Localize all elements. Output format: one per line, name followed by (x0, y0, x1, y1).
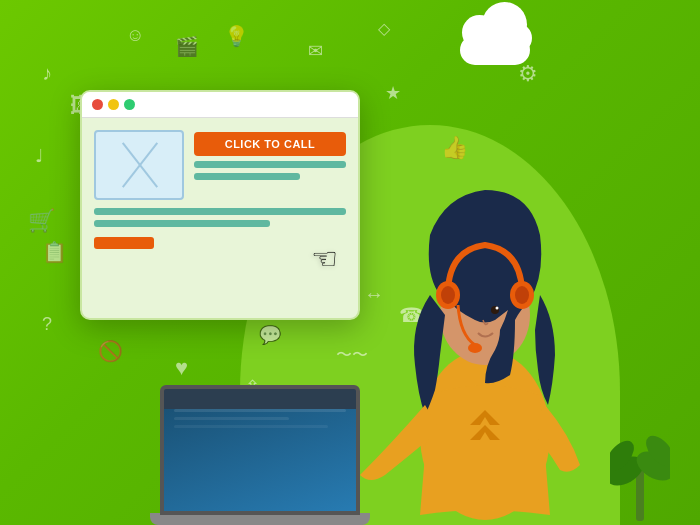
dot-red (92, 99, 103, 110)
laptop-screen-content (164, 409, 356, 515)
cloud (450, 20, 540, 65)
chat-icon: 💬 (259, 326, 281, 344)
mail-icon: ✉ (308, 42, 323, 60)
cart-icon: 🛒 (28, 210, 55, 232)
bulb-icon: 💡 (224, 26, 249, 46)
image-placeholder (94, 130, 184, 200)
question-icon: ? (42, 315, 52, 333)
browser-content: CLICK TO CALL ☞ (82, 118, 358, 261)
right-content: CLICK TO CALL (194, 130, 346, 180)
gear-icon: ⚙ (518, 63, 538, 85)
person-svg (330, 135, 610, 525)
dot-yellow (108, 99, 119, 110)
svg-point-4 (496, 307, 499, 310)
star-icon: ★ (385, 84, 401, 102)
bar-medium-2 (94, 220, 270, 227)
heart-icon: ♥ (175, 357, 188, 379)
bottom-orange-bar (94, 237, 154, 249)
browser-titlebar (82, 92, 358, 118)
content-top-row: CLICK TO CALL (94, 130, 346, 200)
svg-point-6 (441, 286, 455, 304)
cancel-icon: 🚫 (98, 341, 123, 361)
click-to-call-button[interactable]: CLICK TO CALL (194, 132, 346, 156)
bottom-bars (94, 208, 346, 227)
person-illustration (330, 125, 610, 525)
bar-long-2 (94, 208, 346, 215)
svg-point-9 (468, 343, 482, 353)
bar-long-1 (194, 161, 346, 168)
diamond-icon: ◇ (378, 21, 390, 37)
plant-svg (610, 421, 670, 521)
plant (610, 421, 670, 525)
document-icon: 📋 (42, 242, 67, 262)
bar-medium-1 (194, 173, 300, 180)
note-icon: ♩ (35, 147, 43, 165)
svg-point-8 (515, 286, 529, 304)
browser-window: CLICK TO CALL ☞ (80, 90, 360, 320)
video-icon: 🎬 (175, 37, 199, 56)
smiley-icon: ☺ (126, 26, 144, 44)
dot-green (124, 99, 135, 110)
content-bars (194, 161, 346, 180)
music-icon: ♪ (42, 63, 52, 83)
